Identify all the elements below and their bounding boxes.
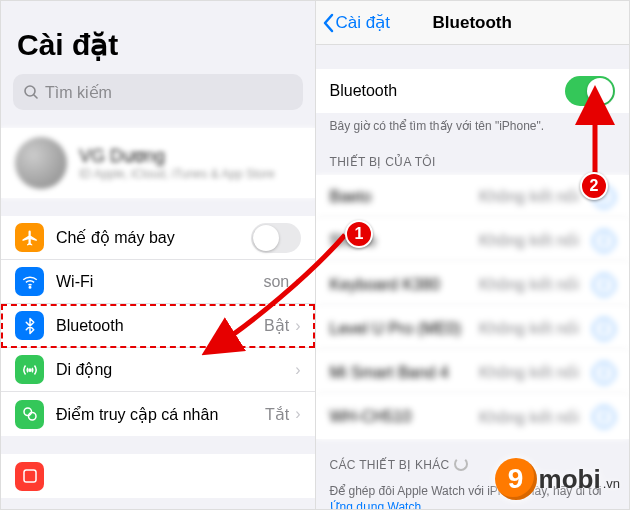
device-name: Keyboard K380 <box>330 276 479 294</box>
spinner-icon <box>454 457 468 471</box>
svg-point-5 <box>28 413 36 421</box>
device-row[interactable]: ShahoKhông kết nốii <box>316 219 630 263</box>
cellular-label: Di động <box>56 360 295 379</box>
back-button[interactable]: Cài đặt <box>322 12 390 33</box>
hotspot-value: Tắt <box>265 405 289 424</box>
profile-row[interactable]: VG Dương ID Apple, iCloud, iTunes & App … <box>1 128 315 198</box>
my-devices-header: THIẾT BỊ CỦA TÔI <box>316 137 630 175</box>
device-name: Baeto <box>330 188 479 206</box>
device-status: Không kết nối <box>479 319 579 338</box>
profile-subtitle: ID Apple, iCloud, iTunes & App Store <box>79 167 275 181</box>
chevron-right-icon: › <box>295 405 300 423</box>
row-cellular[interactable]: Di động › <box>1 348 315 392</box>
bluetooth-label: Bluetooth <box>56 317 264 335</box>
device-status: Không kết nối <box>479 187 579 206</box>
extra-icon <box>15 462 44 491</box>
device-name: WH-CH510 <box>330 408 479 426</box>
device-row[interactable]: WH-CH510Không kết nốii <box>316 395 630 439</box>
device-row[interactable]: Keyboard K380Không kết nốii <box>316 263 630 307</box>
row-bluetooth[interactable]: Bluetooth Bật › <box>1 304 315 348</box>
device-row[interactable]: Mi Smart Band 4Không kết nốii <box>316 351 630 395</box>
bluetooth-pane: Cài đặt Bluetooth Bluetooth Bây giờ có t… <box>316 1 630 509</box>
device-status: Không kết nối <box>479 363 579 382</box>
hotspot-label: Điểm truy cập cá nhân <box>56 405 265 424</box>
device-row[interactable]: BaetoKhông kết nốii <box>316 175 630 219</box>
device-status: Không kết nối <box>479 231 579 250</box>
profile-name: VG Dương <box>79 145 275 167</box>
bluetooth-value: Bật <box>264 316 289 335</box>
chevron-right-icon: › <box>295 361 300 379</box>
airplane-label: Chế độ máy bay <box>56 228 251 247</box>
info-icon[interactable]: i <box>593 230 615 252</box>
svg-point-4 <box>24 408 32 416</box>
other-devices-header: CÁC THIẾT BỊ KHÁC <box>316 439 630 478</box>
avatar <box>15 137 67 189</box>
bt-toggle-label: Bluetooth <box>330 82 566 100</box>
info-icon[interactable]: i <box>593 318 615 340</box>
row-wifi[interactable]: Wi-Fi son › <box>1 260 315 304</box>
nav-title: Bluetooth <box>433 13 512 33</box>
wifi-icon <box>15 267 44 296</box>
device-name: Level U Pro (ME0) <box>330 320 479 338</box>
wifi-value: son <box>263 273 289 291</box>
device-status: Không kết nối <box>479 408 579 427</box>
page-title: Cài đặt <box>1 1 315 70</box>
device-name: Mi Smart Band 4 <box>330 364 479 382</box>
airplane-toggle[interactable] <box>251 223 301 253</box>
row-bt-toggle: Bluetooth <box>316 69 630 113</box>
wifi-label: Wi-Fi <box>56 273 263 291</box>
airplane-icon <box>15 223 44 252</box>
chevron-left-icon <box>322 13 334 33</box>
back-label: Cài đặt <box>336 12 390 33</box>
bluetooth-icon <box>15 311 44 340</box>
search-input[interactable]: Tìm kiếm <box>13 74 303 110</box>
bluetooth-toggle[interactable] <box>565 76 615 106</box>
info-icon[interactable]: i <box>593 274 615 296</box>
row-extra[interactable] <box>1 454 315 498</box>
svg-point-3 <box>28 368 30 370</box>
nav-bar: Cài đặt Bluetooth <box>316 1 630 45</box>
discoverable-note: Bây giờ có thể tìm thấy với tên "iPhone"… <box>316 113 630 137</box>
row-airplane[interactable]: Chế độ máy bay <box>1 216 315 260</box>
watch-app-link[interactable]: Ứng dụng Watch. <box>330 500 616 509</box>
search-icon <box>23 84 39 100</box>
hotspot-icon <box>15 400 44 429</box>
info-icon[interactable]: i <box>593 406 615 428</box>
info-icon[interactable]: i <box>593 186 615 208</box>
svg-line-1 <box>34 95 37 98</box>
device-row[interactable]: Level U Pro (ME0)Không kết nốii <box>316 307 630 351</box>
device-name: Shaho <box>330 232 479 250</box>
chevron-right-icon: › <box>295 273 300 291</box>
my-devices-list: BaetoKhông kết nốiiShahoKhông kết nốiiKe… <box>316 175 630 439</box>
info-icon[interactable]: i <box>593 362 615 384</box>
chevron-right-icon: › <box>295 317 300 335</box>
search-placeholder: Tìm kiếm <box>45 83 112 102</box>
cellular-icon <box>15 355 44 384</box>
svg-point-2 <box>29 286 31 288</box>
settings-pane: Cài đặt Tìm kiếm VG Dương ID Apple, iClo… <box>1 1 316 509</box>
device-status: Không kết nối <box>479 275 579 294</box>
row-hotspot[interactable]: Điểm truy cập cá nhân Tắt › <box>1 392 315 436</box>
pair-note: Để ghép đôi Apple Watch với iPhone này, … <box>316 478 630 509</box>
svg-rect-6 <box>24 470 36 482</box>
